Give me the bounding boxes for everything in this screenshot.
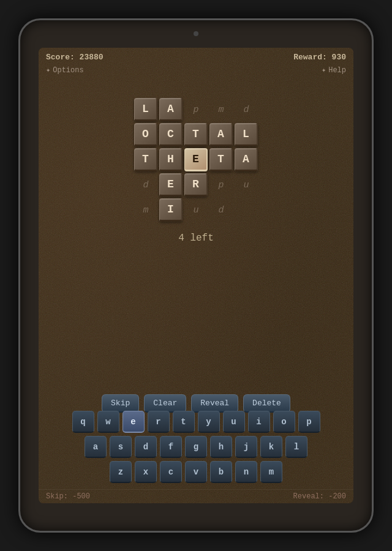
cell-4-1[interactable]: I [159, 198, 183, 222]
action-buttons: Skip Clear Reveal Delete [39, 394, 353, 413]
key-r[interactable]: r [148, 411, 170, 433]
cell-2-1[interactable]: H [159, 148, 183, 171]
key-v[interactable]: v [185, 461, 207, 483]
score-display: Score: 23880 [46, 53, 104, 62]
cell-2-2[interactable]: E [184, 148, 208, 171]
help-label: Help [328, 66, 346, 75]
key-t[interactable]: t [173, 411, 195, 433]
remaining-count: 4 left [178, 233, 214, 244]
key-k[interactable]: k [260, 436, 282, 458]
tablet-device: Score: 23880 Reward: 930 ✦ Options ✦ Hel… [18, 18, 374, 533]
key-y[interactable]: y [198, 411, 220, 433]
clear-button[interactable]: Clear [144, 394, 186, 413]
crossword-grid: L A p m d O C T A L T H E T A d E R [134, 98, 258, 222]
footer-bar: Skip: -500 Reveal: -200 [39, 489, 353, 503]
options-button[interactable]: ✦ Options [46, 66, 84, 75]
cell-4-3: d [209, 198, 233, 222]
game-area: L A p m d O C T A L T H E T A d E R [39, 80, 353, 244]
key-p[interactable]: p [298, 411, 320, 433]
cell-2-4[interactable]: A [235, 148, 258, 171]
key-a[interactable]: a [85, 436, 107, 458]
cell-2-3[interactable]: T [209, 148, 233, 171]
score-header: Score: 23880 Reward: 930 [39, 48, 353, 64]
key-b[interactable]: b [210, 461, 232, 483]
cell-4-0: m [134, 198, 157, 222]
keyboard-row-2: a s d f g h j k l [43, 436, 349, 458]
game-screen: Score: 23880 Reward: 930 ✦ Options ✦ Hel… [39, 48, 353, 503]
key-h[interactable]: h [210, 436, 232, 458]
reveal-cost: Reveal: -200 [293, 492, 346, 501]
key-i[interactable]: i [248, 411, 270, 433]
cell-3-4: u [235, 173, 258, 197]
key-w[interactable]: w [97, 411, 119, 433]
key-j[interactable]: j [235, 436, 257, 458]
cell-0-2: p [184, 98, 208, 121]
keyboard-row-1: q w e r t y u i o p [43, 411, 349, 433]
cell-1-1[interactable]: C [159, 123, 183, 146]
cell-4-4 [235, 198, 258, 222]
cell-4-2: u [184, 198, 208, 222]
reveal-button[interactable]: Reveal [191, 394, 238, 413]
cell-2-0[interactable]: T [134, 148, 157, 171]
cell-3-1[interactable]: E [159, 173, 183, 197]
help-icon: ✦ [322, 66, 326, 75]
options-label: Options [53, 66, 83, 75]
cell-1-4[interactable]: L [235, 123, 258, 146]
key-q[interactable]: q [72, 411, 94, 433]
cell-3-0: d [134, 173, 157, 197]
keyboard: q w e r t y u i o p a s d f g h j k l [39, 411, 353, 486]
key-o[interactable]: o [273, 411, 295, 433]
delete-button[interactable]: Delete [243, 394, 290, 413]
key-u[interactable]: u [223, 411, 245, 433]
key-z[interactable]: z [110, 461, 132, 483]
keyboard-row-3: z x c v b n m [43, 461, 349, 483]
key-s[interactable]: s [110, 436, 132, 458]
cell-1-3[interactable]: A [209, 123, 233, 146]
options-icon: ✦ [46, 66, 50, 75]
cell-3-3: p [209, 173, 233, 197]
reward-display: Reward: 930 [293, 53, 346, 62]
cell-0-1[interactable]: A [159, 98, 183, 121]
cell-0-3: m [209, 98, 233, 121]
skip-cost: Skip: -500 [46, 492, 90, 501]
key-c[interactable]: c [160, 461, 182, 483]
key-e[interactable]: e [123, 411, 145, 433]
key-f[interactable]: f [160, 436, 182, 458]
cell-3-2[interactable]: R [184, 173, 208, 197]
key-x[interactable]: x [135, 461, 157, 483]
sub-header: ✦ Options ✦ Help [39, 64, 353, 80]
key-m[interactable]: m [260, 461, 282, 483]
key-n[interactable]: n [235, 461, 257, 483]
help-button[interactable]: ✦ Help [322, 66, 346, 75]
key-l[interactable]: l [285, 436, 307, 458]
cell-1-2[interactable]: T [184, 123, 208, 146]
key-g[interactable]: g [185, 436, 207, 458]
key-d[interactable]: d [135, 436, 157, 458]
cell-0-0[interactable]: L [134, 98, 157, 121]
cell-0-4: d [235, 98, 258, 121]
skip-button[interactable]: Skip [102, 394, 139, 413]
cell-1-0[interactable]: O [134, 123, 157, 146]
